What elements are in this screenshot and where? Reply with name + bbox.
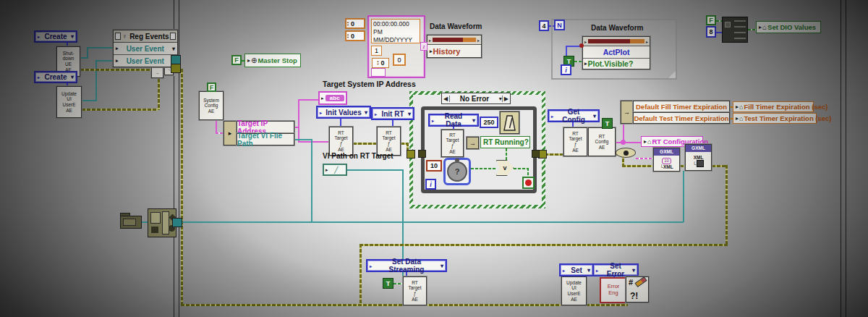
user-event-row-1[interactable]: ▸ User Event ▾ bbox=[114, 43, 177, 55]
timestamp-control[interactable]: 00:00:00.000 PM MM/DD/YYYY bbox=[371, 19, 420, 43]
wire[interactable] bbox=[181, 69, 183, 304]
spinner-icon[interactable]: ▲▼ bbox=[346, 21, 349, 27]
get-config-enum[interactable]: ▸ Get Config ▾ bbox=[548, 109, 600, 122]
rt-running-indicator[interactable]: RT Running? bbox=[480, 136, 530, 148]
type-cast-eye-icon[interactable] bbox=[616, 148, 636, 158]
system-config-ae-node[interactable]: System Config AE bbox=[199, 91, 224, 120]
wire[interactable] bbox=[142, 221, 684, 223]
user-event-row-2[interactable]: ▸ User Event ▾ bbox=[114, 55, 177, 67]
rt-config-ae-node[interactable]: RT Config AE bbox=[588, 127, 616, 156]
tunnel-olive[interactable] bbox=[532, 150, 540, 158]
unbundle-row-default-test[interactable]: Default Test Timer Expiration bbox=[633, 112, 730, 124]
cluster-constant[interactable]: 00:00:00.000 PM MM/DD/YYYY 1 ▲▼ 0 0 bbox=[367, 15, 425, 78]
unbundle-arrow-block[interactable]: → bbox=[621, 101, 633, 124]
wire[interactable] bbox=[616, 142, 641, 143]
wire[interactable] bbox=[298, 99, 299, 143]
string-indicator-abc[interactable]: ▸ abc bbox=[318, 91, 347, 105]
unbundle-row-target-vi-path[interactable]: Target VI File Path bbox=[237, 133, 294, 145]
wire[interactable] bbox=[216, 119, 217, 132]
wire[interactable] bbox=[726, 165, 728, 244]
numeric-constant-250[interactable]: 250 bbox=[480, 117, 498, 128]
wire[interactable] bbox=[87, 47, 88, 59]
error-eng-node[interactable]: Error Eng bbox=[600, 277, 627, 303]
tunnel-olive[interactable] bbox=[407, 150, 415, 158]
clear-errors-icon[interactable]: # ?! bbox=[626, 276, 649, 303]
init-rt-enum[interactable]: ▸ Init RT ▾ bbox=[371, 107, 414, 120]
loop-condition-terminal[interactable] bbox=[522, 177, 535, 189]
set-enum[interactable]: ▸ Set ▾ bbox=[559, 263, 594, 276]
master-stop-indicator[interactable]: ▸ ⊕ Master Stop bbox=[244, 54, 301, 67]
test-timer-indicator[interactable]: ▸ ⌂ Test Timer Expiration (sec) bbox=[733, 113, 817, 124]
read-data-enum[interactable]: ▸ Read Data ▾ bbox=[428, 114, 479, 127]
wire[interactable] bbox=[82, 100, 96, 101]
wire[interactable] bbox=[683, 171, 684, 222]
numeric-constant-10[interactable]: 10 bbox=[426, 160, 442, 172]
wire[interactable] bbox=[622, 165, 653, 167]
spinner-icon[interactable]: ▲▼ bbox=[346, 33, 349, 39]
set-error-enum[interactable]: ▸ Set Error ▾ bbox=[592, 263, 639, 276]
data-waveform-property-node[interactable]: ▸ ▸ ▸ History bbox=[427, 35, 482, 58]
create-enum-1[interactable]: ▸ Create ▾ bbox=[34, 30, 77, 43]
rt-target-ae-node[interactable]: RT Target ƒ AE bbox=[403, 276, 427, 305]
elapsed-time-express-vi[interactable]: ? bbox=[443, 158, 471, 185]
reg-events-node[interactable]: ♀ Reg Events ▸ User Event ▾ ▸ User Event… bbox=[113, 30, 178, 67]
plot-visible-property-row[interactable]: ▸ Plot.Visible? bbox=[583, 59, 650, 69]
numeric-control[interactable]: ▲▼ 0 bbox=[345, 30, 365, 41]
wire[interactable] bbox=[393, 283, 403, 284]
wire[interactable] bbox=[359, 244, 728, 246]
wire[interactable] bbox=[298, 99, 318, 101]
case-next-arrow[interactable]: ▶ bbox=[502, 96, 510, 102]
unbundle-row-default-fill[interactable]: Default Fill Timer Expiration bbox=[633, 101, 730, 112]
wire[interactable] bbox=[294, 139, 312, 140]
wire[interactable] bbox=[80, 69, 151, 71]
flatten-to-xml-node[interactable]: GXML 10 └XML bbox=[653, 148, 680, 172]
loop-count-terminal[interactable]: N bbox=[554, 20, 565, 30]
numeric-constant[interactable]: 4 bbox=[539, 20, 549, 31]
tunnel-teal[interactable] bbox=[172, 218, 182, 227]
data-waveform-property-node-2[interactable]: ▸ ▸ ActPlot ▸ Plot.Visible? bbox=[582, 36, 650, 69]
wire[interactable] bbox=[359, 244, 362, 304]
wire[interactable] bbox=[311, 139, 312, 222]
wire[interactable] bbox=[353, 143, 377, 145]
bundle-arrow-block[interactable]: → bbox=[467, 137, 479, 149]
history-property-row[interactable]: ▸ History bbox=[427, 45, 481, 57]
wire[interactable] bbox=[87, 47, 113, 48]
actplot-property-row[interactable]: ActPlot bbox=[583, 46, 650, 59]
update-ui-ae-node[interactable]: Update UI UserE AE bbox=[56, 86, 82, 118]
true-constant[interactable]: T bbox=[602, 118, 613, 129]
wire[interactable] bbox=[95, 60, 97, 101]
case-prev-arrow[interactable]: ◀ bbox=[442, 96, 450, 102]
write-xml-file-node[interactable]: GXML XML └ bbox=[685, 144, 712, 171]
rt-target-ae-node[interactable]: RT Target ƒ AE bbox=[441, 130, 464, 157]
numeric-constant[interactable]: 8 bbox=[706, 26, 716, 38]
create-enum-2[interactable]: ▸ Create ▾ bbox=[34, 71, 77, 83]
spinner-icon[interactable]: ▲▼ bbox=[377, 60, 380, 66]
fill-timer-indicator[interactable]: ▸ ⌂ Fill Timer Expiration (sec) bbox=[733, 101, 814, 112]
path-constant[interactable]: ▸ ╱ bbox=[323, 164, 347, 176]
iteration-terminal[interactable]: i bbox=[425, 179, 436, 190]
wire[interactable] bbox=[95, 60, 113, 62]
numeric-control[interactable]: 0 bbox=[393, 54, 406, 66]
set-dio-values-indicator[interactable]: ▸ ⌂ Set DIO Values bbox=[756, 21, 821, 33]
case-selector[interactable]: ◀ No Error ▾ ▶ bbox=[441, 93, 511, 104]
wire[interactable] bbox=[712, 165, 727, 167]
tunnel-olive[interactable] bbox=[171, 64, 181, 73]
false-constant[interactable]: F bbox=[207, 83, 216, 92]
false-constant[interactable]: F bbox=[706, 15, 716, 25]
tunnel-olive[interactable] bbox=[418, 150, 426, 158]
iteration-terminal[interactable]: i bbox=[561, 64, 571, 75]
string-control-empty[interactable] bbox=[371, 68, 386, 77]
wire[interactable] bbox=[298, 141, 329, 143]
false-constant[interactable]: F bbox=[231, 55, 242, 65]
initialize-array-icon[interactable] bbox=[722, 17, 748, 43]
wire[interactable] bbox=[347, 169, 404, 171]
rt-target-ae-node[interactable]: RT Target ƒ AE bbox=[377, 127, 401, 156]
unbundle-arrow-block[interactable]: ▸ bbox=[224, 121, 237, 145]
set-data-streaming-enum[interactable]: ▸ Set Data Streaming ▾ bbox=[366, 259, 447, 272]
update-ui-ae-node[interactable]: Update UI UserE AE bbox=[561, 276, 587, 305]
wire[interactable] bbox=[392, 120, 393, 127]
wire[interactable] bbox=[82, 109, 158, 111]
numeric-control[interactable]: ▲▼ 0 bbox=[372, 58, 389, 68]
rt-target-ae-node[interactable]: RT Target ƒ AE bbox=[563, 127, 587, 156]
true-constant[interactable]: T bbox=[383, 278, 393, 289]
